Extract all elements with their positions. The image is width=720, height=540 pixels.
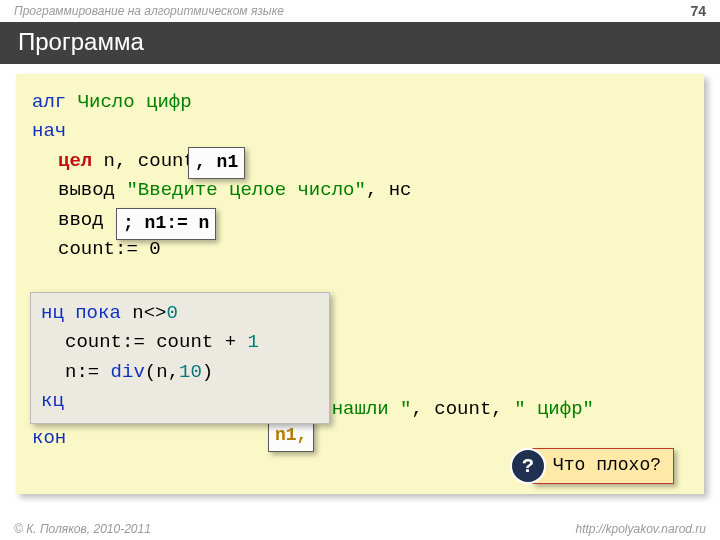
out-str-e: " цифр": [514, 398, 594, 420]
loop-op: <>: [144, 302, 167, 324]
kw-begin: нач: [32, 117, 688, 146]
topic-text: Программирование на алгоритмическом язык…: [14, 4, 284, 18]
kw-int: цел: [58, 150, 92, 172]
loop-var: n: [132, 302, 143, 324]
loop-body2c: ): [202, 361, 213, 383]
callout: ? Что плохо?: [510, 448, 674, 484]
header-bar: Программирование на алгоритмическом язык…: [0, 0, 720, 22]
loop-ten: 10: [179, 361, 202, 383]
slide-title: Программа: [0, 22, 720, 64]
prog-name: Число цифр: [78, 91, 192, 113]
kw-alg: алг: [32, 91, 66, 113]
nc: , нс: [366, 179, 412, 201]
copyright: © К. Поляков, 2010-2011: [14, 522, 151, 536]
question-icon: ?: [510, 448, 546, 484]
footer: © К. Поляков, 2010-2011 http://kpolyakov…: [0, 522, 720, 536]
annotation-n1-out: n1,: [268, 420, 314, 452]
annotation-n1-decl: , n1: [188, 147, 245, 179]
kw-vyvod: вывод: [58, 179, 126, 201]
loop-box: нц пока n<>0 count:= count + 1 n:= div(n…: [30, 292, 330, 424]
page-number: 74: [690, 3, 706, 19]
footer-url: http://kpolyakov.narod.ru: [575, 522, 706, 536]
kw-div: div: [111, 361, 145, 383]
prompt-str: "Введите целое число": [126, 179, 365, 201]
loop-body2b: (n,: [145, 361, 179, 383]
kw-vvod: ввод: [58, 209, 115, 231]
kw-nc-poka: нц пока: [41, 302, 132, 324]
loop-body2a: n:=: [65, 361, 111, 383]
loop-body1: count:= count +: [65, 331, 247, 353]
annotation-n1-assign: ; n1:= n: [116, 208, 216, 240]
question-mark: ?: [522, 451, 534, 482]
code-block: алг Число цифр нач цел n, count вывод "В…: [16, 74, 704, 494]
kw-kc: кц: [41, 387, 313, 416]
loop-zero: 0: [166, 302, 177, 324]
decl-vars: n, count: [92, 150, 195, 172]
callout-text: Что плохо?: [532, 448, 674, 484]
out-count: , count,: [412, 398, 515, 420]
loop-one: 1: [247, 331, 258, 353]
